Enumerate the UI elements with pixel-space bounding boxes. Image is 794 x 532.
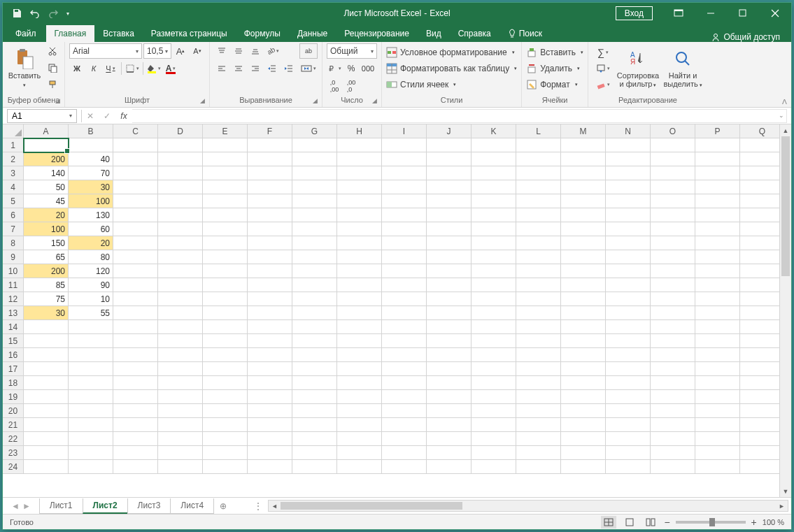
comma-icon[interactable]: 000 [360, 61, 376, 76]
cell[interactable] [337, 306, 382, 320]
cell[interactable] [472, 418, 516, 432]
cell[interactable] [651, 292, 695, 306]
cell[interactable] [516, 180, 561, 194]
cell[interactable] [248, 446, 292, 460]
cell[interactable] [158, 320, 203, 334]
cell[interactable] [337, 334, 382, 348]
cell[interactable] [248, 264, 292, 278]
cell[interactable] [516, 166, 561, 180]
column-header[interactable]: O [651, 124, 695, 138]
scroll-down-icon[interactable]: ▼ [780, 485, 791, 497]
cell[interactable] [69, 432, 113, 446]
horizontal-scrollbar[interactable]: ◄ ► [268, 500, 788, 512]
cell[interactable] [337, 152, 382, 166]
cell[interactable] [740, 166, 779, 180]
increase-decimal-icon[interactable]: ,0,00 [327, 78, 342, 94]
scroll-up-icon[interactable]: ▲ [780, 124, 791, 136]
cell[interactable] [561, 264, 606, 278]
cell[interactable] [248, 306, 292, 320]
cell[interactable] [516, 334, 561, 348]
cell[interactable] [203, 194, 248, 208]
cell[interactable] [382, 418, 427, 432]
cell[interactable] [113, 208, 158, 222]
cell[interactable] [158, 250, 203, 264]
cell[interactable] [651, 194, 695, 208]
cell[interactable] [427, 236, 472, 250]
cell[interactable] [561, 152, 606, 166]
cut-icon[interactable] [45, 43, 60, 59]
column-header[interactable]: C [113, 124, 158, 138]
cell[interactable] [292, 278, 337, 292]
cell[interactable]: 45 [24, 194, 69, 208]
italic-button[interactable]: К [86, 61, 101, 76]
cell[interactable] [113, 194, 158, 208]
cell[interactable] [24, 320, 69, 334]
cell[interactable] [427, 320, 472, 334]
column-header[interactable]: L [516, 124, 561, 138]
ribbon-options-icon[interactable] [662, 3, 695, 24]
zoom-in-icon[interactable]: + [751, 517, 757, 528]
normal-view-icon[interactable] [601, 516, 616, 529]
cell[interactable] [561, 306, 606, 320]
cell[interactable] [472, 306, 516, 320]
tab-данные[interactable]: Данные [289, 25, 336, 42]
cell[interactable] [695, 292, 740, 306]
cell[interactable] [203, 208, 248, 222]
bold-button[interactable]: Ж [69, 61, 85, 76]
cell[interactable] [292, 362, 337, 376]
column-header[interactable]: I [382, 124, 427, 138]
cell[interactable] [472, 390, 516, 404]
formula-input[interactable]: ⌄ [132, 109, 787, 123]
cell[interactable] [651, 166, 695, 180]
cell[interactable] [337, 166, 382, 180]
share-button[interactable]: Общий доступ [723, 32, 780, 42]
cell[interactable] [516, 432, 561, 446]
cell[interactable] [248, 432, 292, 446]
dialog-launcher-icon[interactable]: ◢ [372, 97, 377, 104]
column-header[interactable]: G [292, 124, 337, 138]
cell[interactable] [561, 222, 606, 236]
cell[interactable] [158, 418, 203, 432]
cell[interactable] [561, 138, 606, 152]
cell[interactable] [561, 292, 606, 306]
row-header[interactable]: 23 [3, 446, 24, 460]
cell[interactable] [337, 222, 382, 236]
cell[interactable] [651, 236, 695, 250]
row-header[interactable]: 4 [3, 180, 24, 194]
cell[interactable] [292, 306, 337, 320]
number-format-combo[interactable]: Общий▾ [327, 43, 377, 59]
cell[interactable] [113, 446, 158, 460]
cell[interactable] [69, 404, 113, 418]
cell[interactable] [740, 180, 779, 194]
cell[interactable] [382, 446, 427, 460]
cell[interactable] [740, 152, 779, 166]
cell[interactable] [427, 138, 472, 152]
format-as-table-button[interactable]: Форматировать как таблицу▾ [386, 61, 517, 76]
row-header[interactable]: 10 [3, 264, 24, 278]
cell[interactable] [606, 222, 651, 236]
cell[interactable] [248, 250, 292, 264]
cell[interactable] [113, 236, 158, 250]
cell[interactable] [248, 418, 292, 432]
cell[interactable] [158, 446, 203, 460]
cell[interactable] [248, 376, 292, 390]
format-painter-icon[interactable] [45, 77, 60, 92]
cell[interactable]: 60 [69, 222, 113, 236]
cell[interactable] [382, 264, 427, 278]
cell[interactable] [69, 376, 113, 390]
font-color-icon[interactable]: A [163, 61, 178, 76]
cell[interactable] [24, 362, 69, 376]
cell[interactable] [740, 390, 779, 404]
cell[interactable] [516, 418, 561, 432]
cell[interactable] [561, 180, 606, 194]
cell[interactable] [516, 460, 561, 474]
cell[interactable]: 140 [24, 166, 69, 180]
cell[interactable] [651, 376, 695, 390]
cell[interactable] [516, 222, 561, 236]
cell[interactable] [203, 264, 248, 278]
cell[interactable] [158, 362, 203, 376]
cell[interactable] [158, 152, 203, 166]
cell[interactable] [606, 264, 651, 278]
row-header[interactable]: 8 [3, 236, 24, 250]
cell[interactable] [740, 432, 779, 446]
